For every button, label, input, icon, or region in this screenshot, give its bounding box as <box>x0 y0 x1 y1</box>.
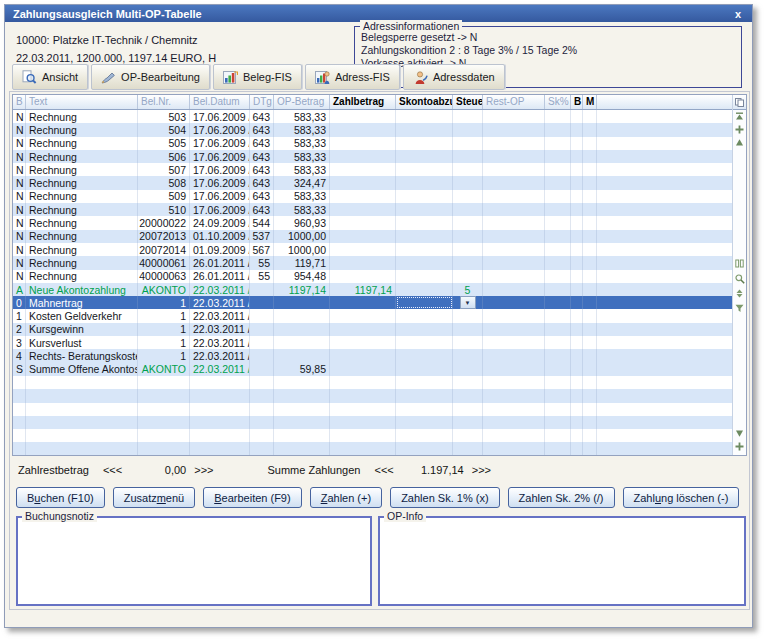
table-row[interactable]: NRechnung50917.06.2009 /Mi643583,33 <box>13 190 732 203</box>
table-row[interactable]: NRechnung50517.06.2009 /Mi643583,33 <box>13 137 732 150</box>
table-row[interactable]: NRechnung4000006126.01.2011 /Mi55119,71 <box>13 256 732 269</box>
scroll-up-icon[interactable] <box>734 137 745 148</box>
tab-adress-fis[interactable]: Adress-FIS <box>305 64 400 90</box>
copy-icon[interactable] <box>733 95 746 110</box>
close-icon[interactable]: x <box>732 8 744 20</box>
table-row[interactable]: NRechnung50617.06.2009 /Mi643583,33 <box>13 150 732 163</box>
customer-line: 10000: Platzke IT-Technik / Chemnitz <box>16 34 198 46</box>
tab-beleg-fis[interactable]: Beleg-FIS <box>213 64 302 90</box>
column-header-op[interactable]: OP-Betrag <box>274 95 330 109</box>
column-header-b2[interactable]: B <box>571 95 583 109</box>
table-row[interactable]: 4Rechts- Beratungskosten122.03.2011 /Di <box>13 349 732 362</box>
column-header-dtg[interactable]: DTg <box>250 95 274 109</box>
table-row[interactable]: 0Mahnertrag122.03.2011 /Di▼ <box>13 296 732 309</box>
column-header-datum[interactable]: Bel.Datum <box>190 95 250 109</box>
summary-line: Zahlrestbetrag <<< 0,00 >>> Summe Zahlun… <box>18 464 491 476</box>
column-header-steue[interactable]: Steue <box>453 95 483 109</box>
cell-empty <box>26 376 138 389</box>
cell-text: Rechnung <box>26 270 138 283</box>
cell-rest <box>483 230 545 243</box>
cell-datum: 22.03.2011 /Di <box>190 283 250 296</box>
rest-arrow-open: <<< <box>103 464 122 476</box>
zahlen-sk2-button[interactable]: Zahlen Sk. 2% (/) <box>508 487 615 508</box>
cell-zahl <box>330 176 396 189</box>
cell-sk <box>545 163 571 176</box>
cell-text: Neue Akontozahlung <box>26 283 138 296</box>
bar-chart-icon <box>223 71 238 84</box>
cell-dtg: 567 <box>250 243 274 256</box>
bearbeiten-button[interactable]: Bearbeiten (F9) <box>203 487 301 508</box>
column-header-zahl[interactable]: Zahlbetrag <box>330 95 396 109</box>
scroll-last-icon[interactable] <box>734 454 745 456</box>
cell-belnr: 40000061 <box>138 256 190 269</box>
cell-belnr: 505 <box>138 137 190 150</box>
cell-empty <box>138 429 190 442</box>
row-down-icon[interactable] <box>734 441 745 452</box>
table-row[interactable]: NRechnung2007201401.09.2009 /Di5671000,0… <box>13 243 732 256</box>
cell-empty <box>13 416 26 429</box>
zahlen-button[interactable]: Zahlen (+) <box>310 487 382 508</box>
cell-empty <box>453 403 483 416</box>
search-icon[interactable] <box>734 273 745 284</box>
cell-steue <box>453 230 483 243</box>
cell-m <box>583 336 597 349</box>
sum-arrow-open: <<< <box>374 464 393 476</box>
cell-skonto <box>396 296 453 309</box>
columns-icon[interactable] <box>734 258 745 269</box>
column-header-sk[interactable]: Sk% <box>545 95 571 109</box>
cell-filler <box>597 230 732 243</box>
cell-steue <box>453 123 483 136</box>
table-row[interactable]: NRechnung50717.06.2009 /Mi643583,33 <box>13 163 732 176</box>
cell-empty <box>583 376 597 389</box>
column-header-m[interactable]: M <box>583 95 597 109</box>
row-up-icon[interactable] <box>734 124 745 135</box>
zahlung-loeschen-button[interactable]: Zahlung löschen (-) <box>623 487 740 508</box>
table-row[interactable]: 3Kursverlust122.03.2011 /Di <box>13 336 732 349</box>
zusatzmenu-button[interactable]: Zusatzmenü <box>113 487 196 508</box>
tab-adressdaten[interactable]: Adressdaten <box>403 64 505 90</box>
cell-op <box>274 336 330 349</box>
cell-zahl <box>330 336 396 349</box>
filter-icon[interactable] <box>734 303 745 314</box>
scroll-first-icon[interactable] <box>734 111 745 122</box>
sort-icon[interactable] <box>734 288 745 299</box>
cell-steue <box>453 336 483 349</box>
cell-sk <box>545 190 571 203</box>
column-header-text[interactable]: Text <box>26 95 138 109</box>
cell-m <box>583 137 597 150</box>
cell-empty <box>26 416 138 429</box>
table-row[interactable]: NRechnung4000006326.01.2011 /Mi55954,48 <box>13 270 732 283</box>
table-row[interactable]: NRechnung2007201301.10.2009 /Do5371000,0… <box>13 230 732 243</box>
buchen-button[interactable]: Buchen (F10) <box>16 487 105 508</box>
grid-body: NRechnung50317.06.2009 /Mi643583,33NRech… <box>13 110 732 455</box>
cell-b: S <box>13 363 26 376</box>
cell-filler <box>597 176 732 189</box>
table-row[interactable]: 2Kursgewinn122.03.2011 /Di <box>13 323 732 336</box>
cell-b: N <box>13 123 26 136</box>
table-row[interactable]: NRechnung50317.06.2009 /Mi643583,33 <box>13 110 732 123</box>
op-info-input[interactable] <box>380 518 744 604</box>
buchungsnotiz-input[interactable] <box>18 518 370 604</box>
table-row[interactable]: NRechnung51017.06.2009 /Mi643583,33 <box>13 203 732 216</box>
table-row[interactable]: NRechnung2000002224.09.2009 /Do544960,93 <box>13 216 732 229</box>
cell-empty <box>274 376 330 389</box>
column-header-b[interactable]: B <box>13 95 26 109</box>
steue-dropdown[interactable]: ▼ <box>460 296 476 309</box>
cell-filler <box>597 363 732 376</box>
cell-empty <box>545 429 571 442</box>
cell-datum: 17.06.2009 /Mi <box>190 150 250 163</box>
table-row[interactable]: 1Kosten Geldverkehr122.03.2011 /Di <box>13 309 732 322</box>
scroll-down-icon[interactable] <box>734 428 745 439</box>
table-row[interactable]: NRechnung50817.06.2009 /Mi643324,47 <box>13 176 732 189</box>
column-header-skonto[interactable]: Skontoabzug <box>396 95 453 109</box>
table-row[interactable]: NRechnung50417.06.2009 /Mi643583,33 <box>13 123 732 136</box>
table-row[interactable]: ANeue AkontozahlungAKONTO22.03.2011 /Di1… <box>13 283 732 296</box>
tab-ansicht[interactable]: Ansicht <box>12 64 88 90</box>
column-header-rest[interactable]: Rest-OP <box>483 95 545 109</box>
cell-sk <box>545 336 571 349</box>
tab-op-bearbeitung[interactable]: OP-Bearbeitung <box>91 64 210 90</box>
zahlen-sk1-button[interactable]: Zahlen Sk. 1% (x) <box>390 487 499 508</box>
cell-belnr: 506 <box>138 150 190 163</box>
column-header-belnr[interactable]: Bel.Nr. <box>138 95 190 109</box>
table-row[interactable]: SSumme Offene AkontosAKONTO22.03.2011 /D… <box>13 363 732 376</box>
